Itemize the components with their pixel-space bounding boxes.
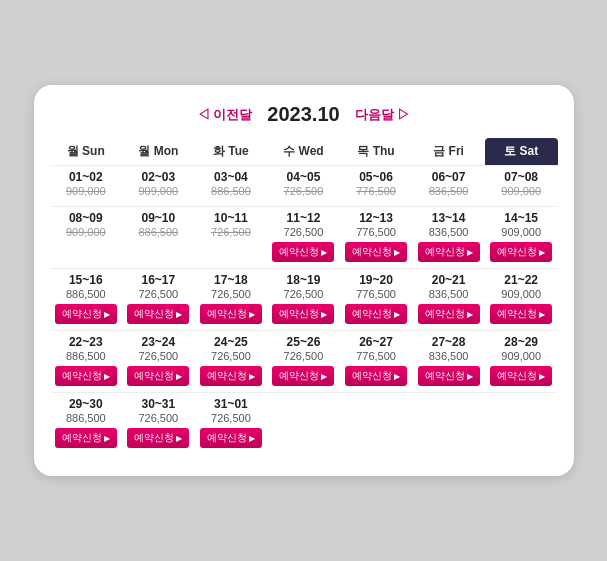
- day-range: 10~11: [197, 211, 266, 225]
- day-cell: [485, 393, 558, 455]
- day-cell: 22~23886,500예약신청: [50, 331, 123, 393]
- day-range: 16~17: [124, 273, 193, 287]
- day-cell: 13~14836,500예약신청: [412, 207, 485, 269]
- price: 726,500: [197, 412, 266, 424]
- book-button[interactable]: 예약신청: [55, 428, 117, 448]
- book-button[interactable]: 예약신청: [418, 366, 480, 386]
- day-range: 03~04: [197, 170, 266, 184]
- book-button[interactable]: 예약신청: [272, 242, 334, 262]
- weekday-header-1: 월 Mon: [122, 138, 195, 166]
- calendar-container: ◁ 이전달 2023.10 다음달 ▷ 월 Sun월 Mon화 Tue수 Wed…: [34, 85, 574, 476]
- day-cell: 11~12726,500예약신청: [267, 207, 340, 269]
- day-range: 09~10: [124, 211, 193, 225]
- book-button[interactable]: 예약신청: [490, 242, 552, 262]
- price: 726,500: [269, 185, 338, 197]
- day-cell: [267, 393, 340, 455]
- prev-month-button[interactable]: ◁ 이전달: [192, 104, 258, 126]
- day-range: 27~28: [414, 335, 483, 349]
- price: 726,500: [269, 226, 338, 238]
- day-cell: 21~22909,000예약신청: [485, 269, 558, 331]
- book-button[interactable]: 예약신청: [345, 242, 407, 262]
- book-button[interactable]: 예약신청: [55, 304, 117, 324]
- day-range: 07~08: [487, 170, 556, 184]
- day-range: 15~16: [52, 273, 121, 287]
- day-cell: 07~08909,000: [485, 166, 558, 207]
- day-range: 23~24: [124, 335, 193, 349]
- price: 909,000: [124, 185, 193, 197]
- day-cell: 16~17726,500예약신청: [122, 269, 195, 331]
- price: 726,500: [124, 288, 193, 300]
- book-button[interactable]: 예약신청: [345, 304, 407, 324]
- weekday-header-0: 월 Sun: [50, 138, 123, 166]
- day-range: 29~30: [52, 397, 121, 411]
- day-range: 06~07: [414, 170, 483, 184]
- price: 726,500: [269, 350, 338, 362]
- price: 909,000: [52, 226, 121, 238]
- book-button[interactable]: 예약신청: [200, 304, 262, 324]
- day-cell: 01~02909,000: [50, 166, 123, 207]
- weekday-header-2: 화 Tue: [195, 138, 268, 166]
- book-button[interactable]: 예약신청: [55, 366, 117, 386]
- day-cell: 25~26726,500예약신청: [267, 331, 340, 393]
- day-cell: 30~31726,500예약신청: [122, 393, 195, 455]
- day-range: 25~26: [269, 335, 338, 349]
- day-cell: 15~16886,500예약신청: [50, 269, 123, 331]
- book-button[interactable]: 예약신청: [200, 366, 262, 386]
- day-cell: 06~07836,500: [412, 166, 485, 207]
- day-range: 28~29: [487, 335, 556, 349]
- book-button[interactable]: 예약신청: [418, 304, 480, 324]
- day-range: 14~15: [487, 211, 556, 225]
- price: 909,000: [487, 350, 556, 362]
- day-cell: 04~05726,500: [267, 166, 340, 207]
- price: 886,500: [124, 226, 193, 238]
- book-button[interactable]: 예약신청: [490, 304, 552, 324]
- price: 836,500: [414, 226, 483, 238]
- day-cell: 18~19726,500예약신청: [267, 269, 340, 331]
- day-range: 26~27: [342, 335, 411, 349]
- price: 886,500: [52, 412, 121, 424]
- weekday-header-5: 금 Fri: [412, 138, 485, 166]
- price: 836,500: [414, 185, 483, 197]
- price: 836,500: [414, 288, 483, 300]
- day-cell: 10~11726,500: [195, 207, 268, 269]
- day-range: 02~03: [124, 170, 193, 184]
- next-month-button[interactable]: 다음달 ▷: [350, 104, 416, 126]
- day-cell: 20~21836,500예약신청: [412, 269, 485, 331]
- day-cell: 09~10886,500: [122, 207, 195, 269]
- day-cell: 03~04886,500: [195, 166, 268, 207]
- day-cell: 31~01726,500예약신청: [195, 393, 268, 455]
- price: 776,500: [342, 226, 411, 238]
- day-range: 04~05: [269, 170, 338, 184]
- price: 886,500: [52, 288, 121, 300]
- weekday-header-6: 토 Sat: [485, 138, 558, 166]
- day-range: 30~31: [124, 397, 193, 411]
- book-button[interactable]: 예약신청: [127, 304, 189, 324]
- price: 776,500: [342, 185, 411, 197]
- price: 909,000: [52, 185, 121, 197]
- day-cell: 12~13776,500예약신청: [340, 207, 413, 269]
- book-button[interactable]: 예약신청: [345, 366, 407, 386]
- day-cell: 24~25726,500예약신청: [195, 331, 268, 393]
- day-range: 20~21: [414, 273, 483, 287]
- day-cell: 05~06776,500: [340, 166, 413, 207]
- weekday-header-3: 수 Wed: [267, 138, 340, 166]
- book-button[interactable]: 예약신청: [418, 242, 480, 262]
- book-button[interactable]: 예약신청: [200, 428, 262, 448]
- book-button[interactable]: 예약신청: [272, 366, 334, 386]
- price: 909,000: [487, 288, 556, 300]
- price: 909,000: [487, 226, 556, 238]
- book-button[interactable]: 예약신청: [127, 428, 189, 448]
- day-range: 17~18: [197, 273, 266, 287]
- day-cell: [340, 393, 413, 455]
- book-button[interactable]: 예약신청: [127, 366, 189, 386]
- day-cell: 29~30886,500예약신청: [50, 393, 123, 455]
- price: 726,500: [197, 226, 266, 238]
- day-cell: 27~28836,500예약신청: [412, 331, 485, 393]
- day-cell: [412, 393, 485, 455]
- price: 776,500: [342, 288, 411, 300]
- day-range: 19~20: [342, 273, 411, 287]
- day-range: 13~14: [414, 211, 483, 225]
- calendar-title: 2023.10: [267, 103, 339, 126]
- book-button[interactable]: 예약신청: [272, 304, 334, 324]
- book-button[interactable]: 예약신청: [490, 366, 552, 386]
